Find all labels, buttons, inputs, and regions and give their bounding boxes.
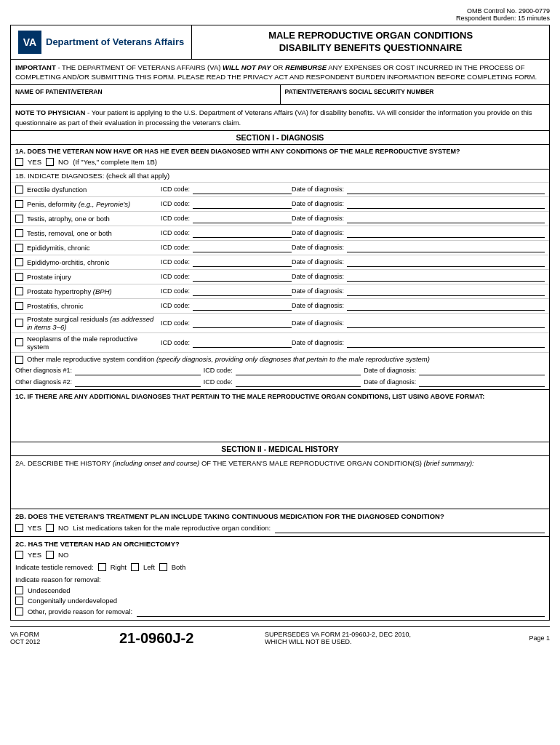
d3-checkbox[interactable]	[15, 215, 23, 223]
omb-control: OMB Control No. 2900-0779	[467, 7, 550, 15]
q2a-text-area[interactable]	[15, 469, 545, 506]
diagnosis-row: Epididymitis, chronic ICD code: Date of …	[11, 240, 549, 255]
note-label: NOTE TO PHYSICIAN	[15, 108, 85, 116]
d2-checkbox[interactable]	[15, 200, 23, 208]
q2c-yes-checkbox[interactable]	[15, 551, 23, 559]
q1a: 1A. DOES THE VETERAN NOW HAVE OR HAS HE …	[10, 145, 550, 170]
d2-icd-input[interactable]	[193, 199, 292, 209]
d5-date-input[interactable]	[347, 242, 545, 252]
other-diag1-name-input[interactable]	[75, 365, 201, 375]
omb-burden: Respondent Burden: 15 minutes	[456, 15, 550, 22]
q2c-other-reason-input[interactable]	[137, 607, 545, 617]
q2c-other-reason-checkbox[interactable]	[15, 607, 23, 615]
d1-date-input[interactable]	[347, 184, 545, 194]
other-diag-checkbox[interactable]	[15, 356, 23, 364]
form-title-section: MALE REPRODUCTIVE ORGAN CONDITIONS DISAB…	[192, 25, 549, 59]
d4-icd-input[interactable]	[193, 228, 292, 238]
d5-checkbox[interactable]	[15, 244, 23, 252]
q2c-reason-other: Other, provide reason for removal:	[15, 607, 545, 617]
q2c-undescended-checkbox[interactable]	[15, 586, 23, 594]
d5-icd-input[interactable]	[193, 242, 292, 252]
q1a-yes-checkbox[interactable]	[15, 158, 23, 166]
d3-date-input[interactable]	[347, 213, 545, 223]
q2c-testicle-removed: Indicate testicle removed: Right Left Bo…	[15, 563, 545, 571]
d5-label: Epididymitis, chronic	[15, 244, 161, 252]
d6-icd-input[interactable]	[193, 257, 292, 267]
q2c-yes-label: YES	[28, 551, 41, 559]
d4-date-input[interactable]	[347, 228, 545, 238]
va-logo-section: VA Department of Veterans Affairs	[11, 25, 192, 59]
d3-label: Testis, atrophy, one or both	[15, 215, 161, 223]
d9-date-input[interactable]	[347, 300, 545, 311]
d8-checkbox[interactable]	[15, 287, 23, 295]
d8-icd-input[interactable]	[193, 286, 292, 296]
form-title: MALE REPRODUCTIVE ORGAN CONDITIONS DISAB…	[268, 30, 473, 55]
q2c-left-checkbox[interactable]	[131, 563, 139, 571]
d9-icd-input[interactable]	[193, 300, 292, 311]
d11-checkbox[interactable]	[15, 338, 23, 346]
q2c-reason-undescended: Undescended	[15, 586, 545, 594]
d11-label: Neoplasms of the male reproductive syste…	[15, 335, 161, 351]
diagnosis-row: Testis, atrophy, one or both ICD code: D…	[11, 211, 549, 226]
diagnosis-row: Penis, deformity (e.g., Peyronie's) ICD …	[11, 196, 549, 211]
diagnosis-row: Erectile dysfunction ICD code: Date of d…	[11, 182, 549, 196]
d7-date-input[interactable]	[347, 271, 545, 282]
d7-label: Prostate injury	[15, 273, 161, 281]
q1b-section: 1B. INDICATE DIAGNOSES: (check all that …	[10, 170, 550, 390]
note-to-physician: NOTE TO PHYSICIAN - Your patient is appl…	[10, 105, 550, 131]
other-diag2-icd-input[interactable]	[236, 377, 361, 387]
d10-date-input[interactable]	[347, 318, 545, 328]
d6-date-input[interactable]	[347, 257, 545, 267]
patient-name-cell: NAME OF PATIENT/VETERAN	[11, 85, 281, 104]
footer: VA FORM OCT 2012 21-0960J-2 SUPERSEDES V…	[10, 626, 550, 647]
other-diag2-name-input[interactable]	[75, 377, 201, 387]
q1a-yes-label: YES	[28, 158, 41, 166]
q2c-congenital-checkbox[interactable]	[15, 597, 23, 605]
q2b-text: 2B. DOES THE VETERAN'S TREATMENT PLAN IN…	[15, 512, 545, 520]
q2c-text: 2C. HAS THE VETERAN HAD AN ORCHIECTOMY?	[15, 540, 545, 548]
d6-checkbox[interactable]	[15, 258, 23, 266]
d7-checkbox[interactable]	[15, 273, 23, 281]
va-emblem-icon: VA	[18, 31, 41, 54]
important-notice: IMPORTANT - THE DEPARTMENT OF VETERANS A…	[10, 60, 550, 86]
other-diag2-date-input[interactable]	[419, 377, 545, 387]
other-diag1-date-input[interactable]	[419, 365, 545, 375]
q2c-right-checkbox[interactable]	[98, 563, 106, 571]
q2b-medications-input[interactable]	[275, 523, 545, 533]
q2c-indicate-reason-label: Indicate reason for removal:	[15, 575, 545, 583]
d7-icd-input[interactable]	[193, 271, 292, 282]
section2-header: SECTION II - MEDICAL HISTORY	[10, 442, 550, 456]
d4-checkbox[interactable]	[15, 229, 23, 237]
q2c-indicate-removed-label: Indicate testicle removed:	[15, 563, 94, 571]
d11-icd-input[interactable]	[193, 338, 292, 348]
d10-checkbox[interactable]	[15, 319, 23, 327]
d2-label: Penis, deformity (e.g., Peyronie's)	[15, 200, 161, 208]
q1a-no-checkbox[interactable]	[46, 158, 54, 166]
q2b-yes-checkbox[interactable]	[15, 524, 23, 532]
q2c-left-label: Left	[143, 563, 155, 571]
va-department-name: Department of Veterans Affairs	[46, 36, 184, 47]
d6-label: Epididymo-orchitis, chronic	[15, 258, 161, 266]
d9-checkbox[interactable]	[15, 302, 23, 310]
footer-va-form: VA FORM OCT 2012	[10, 631, 119, 645]
q2c-both-checkbox[interactable]	[159, 563, 167, 571]
q1b-header: 1B. INDICATE DIAGNOSES: (check all that …	[11, 170, 549, 182]
d1-icd-input[interactable]	[193, 184, 292, 194]
d11-date-input[interactable]	[347, 338, 545, 348]
q2c-right-label: Right	[111, 563, 127, 571]
other-diag1-row: Other diagnosis #1: ICD code: Date of di…	[15, 365, 545, 375]
q2b-section: 2B. DOES THE VETERAN'S TREATMENT PLAN IN…	[10, 509, 550, 537]
d2-date-input[interactable]	[347, 199, 545, 209]
q2b-no-checkbox[interactable]	[46, 524, 54, 532]
q2a-section: 2A. DESCRIBE THE HISTORY (including onse…	[10, 456, 550, 509]
q2c-no-checkbox[interactable]	[46, 551, 54, 559]
d1-checkbox[interactable]	[15, 186, 23, 194]
other-diag1-icd-input[interactable]	[236, 365, 361, 375]
d4-label: Testis, removal, one or both	[15, 229, 161, 237]
diagnosis-row: Prostate surgical residuals (as addresse…	[11, 313, 549, 332]
q1c-lines	[15, 402, 545, 439]
d8-date-input[interactable]	[347, 286, 545, 296]
patient-name-label: NAME OF PATIENT/VETERAN	[15, 88, 276, 95]
d3-icd-input[interactable]	[193, 213, 292, 223]
d10-icd-input[interactable]	[193, 318, 292, 328]
